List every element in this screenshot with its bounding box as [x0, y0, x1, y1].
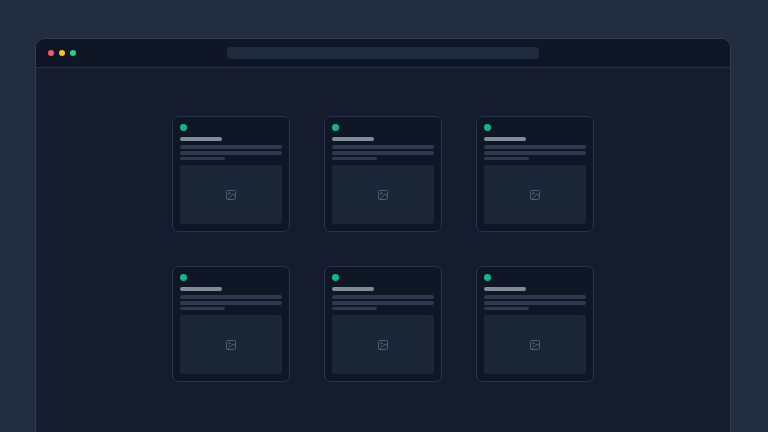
card-text-skeleton-line-2 [332, 301, 434, 305]
card-image-placeholder [180, 315, 282, 374]
card-title-skeleton [484, 137, 526, 141]
card-text-skeleton-line-2 [484, 301, 586, 305]
card-title-skeleton [332, 287, 374, 291]
card-text-skeleton-line-3 [484, 157, 529, 161]
card-4[interactable] [172, 266, 290, 382]
card-text-skeleton-line-1 [180, 145, 282, 149]
browser-window [35, 38, 731, 432]
card-text-skeleton-line-2 [180, 301, 282, 305]
status-dot [180, 274, 187, 281]
image-icon [377, 339, 389, 351]
card-image-placeholder [484, 165, 586, 224]
card-text-skeleton-line-3 [484, 307, 529, 311]
image-icon [377, 189, 389, 201]
status-dot [484, 124, 491, 131]
image-icon [529, 339, 541, 351]
card-2[interactable] [324, 116, 442, 232]
card-image-placeholder [484, 315, 586, 374]
card-title-skeleton [332, 137, 374, 141]
card-title-skeleton [180, 137, 222, 141]
status-dot [180, 124, 187, 131]
card-text-skeleton-line-3 [332, 307, 377, 311]
card-text-skeleton-line-1 [484, 295, 586, 299]
card-text-skeleton-line-3 [332, 157, 377, 161]
status-dot [484, 274, 491, 281]
image-icon [225, 339, 237, 351]
close-window-button[interactable] [48, 50, 54, 56]
card-title-skeleton [484, 287, 526, 291]
image-icon [225, 189, 237, 201]
status-dot [332, 274, 339, 281]
card-text-skeleton-line-3 [180, 307, 225, 311]
card-6[interactable] [476, 266, 594, 382]
card-3[interactable] [476, 116, 594, 232]
traffic-lights [48, 50, 76, 56]
card-text-skeleton-line-2 [180, 151, 282, 155]
card-image-placeholder [332, 315, 434, 374]
minimize-window-button[interactable] [59, 50, 65, 56]
card-text-skeleton-line-1 [484, 145, 586, 149]
card-5[interactable] [324, 266, 442, 382]
card-text-skeleton-line-1 [332, 295, 434, 299]
status-dot [332, 124, 339, 131]
url-bar[interactable] [227, 47, 539, 59]
card-image-placeholder [332, 165, 434, 224]
card-text-skeleton-line-2 [484, 151, 586, 155]
card-text-skeleton-line-1 [332, 145, 434, 149]
card-text-skeleton-line-1 [180, 295, 282, 299]
card-text-skeleton-line-2 [332, 151, 434, 155]
card-1[interactable] [172, 116, 290, 232]
window-titlebar[interactable] [36, 39, 730, 68]
card-text-skeleton-line-3 [180, 157, 225, 161]
card-title-skeleton [180, 287, 222, 291]
maximize-window-button[interactable] [70, 50, 76, 56]
page-content [36, 68, 730, 432]
card-grid [36, 116, 730, 382]
page-background: { "app": { "type": "browser-window-skele… [0, 0, 768, 432]
card-image-placeholder [180, 165, 282, 224]
image-icon [529, 189, 541, 201]
